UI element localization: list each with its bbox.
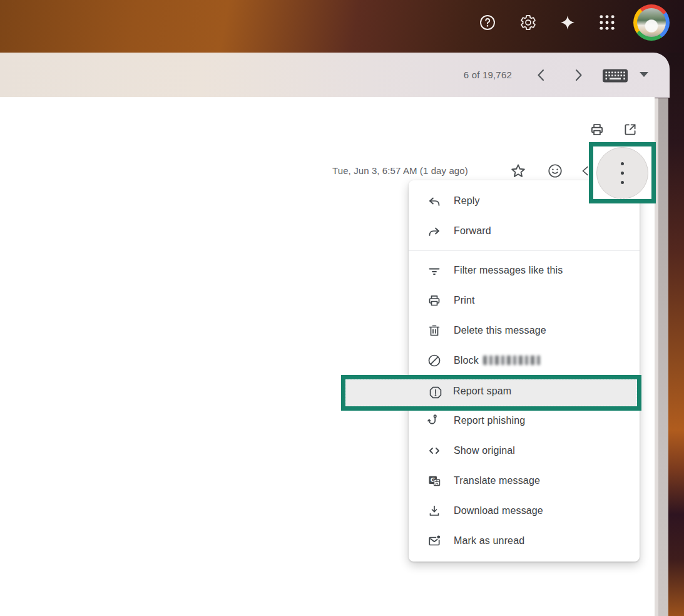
menu-item-block-sender[interactable]: Block xyxy=(409,346,640,376)
download-icon xyxy=(427,503,442,518)
menu-item-filter-messages[interactable]: Filter messages like this xyxy=(409,255,640,285)
menu-item-label: Block xyxy=(454,355,479,366)
more-vert-icon xyxy=(621,162,624,165)
menu-item-delete-message[interactable]: Delete this message xyxy=(409,316,640,346)
apps-grid-icon[interactable] xyxy=(598,14,616,31)
translate-icon: G xyxy=(427,473,442,488)
menu-item-show-original[interactable]: Show original xyxy=(409,436,640,466)
block-icon xyxy=(427,353,442,368)
gemini-sparkle-icon[interactable] xyxy=(559,14,576,31)
menu-item-label: Print xyxy=(454,295,475,306)
reply-icon xyxy=(427,193,442,208)
menu-item-forward[interactable]: Forward xyxy=(409,216,640,246)
avatar-photo xyxy=(637,8,666,37)
menu-item-print[interactable]: Print xyxy=(409,285,640,316)
menu-item-label: Download message xyxy=(454,505,543,516)
emoji-icon[interactable] xyxy=(547,163,563,179)
scrollbar[interactable] xyxy=(658,98,668,616)
report-spam-icon xyxy=(428,385,443,400)
phishing-hook-icon xyxy=(427,413,442,428)
input-tools-dropdown-icon[interactable] xyxy=(640,72,648,77)
star-icon[interactable] xyxy=(509,162,527,180)
email-timestamp: Tue, Jun 3, 6:57 AM (1 day ago) xyxy=(332,165,468,176)
menu-item-translate-message[interactable]: G Translate message xyxy=(409,466,640,496)
input-tools-keyboard-icon[interactable] xyxy=(602,68,628,83)
more-button[interactable] xyxy=(596,147,648,199)
filter-icon xyxy=(427,263,442,278)
email-toolbar-band xyxy=(0,53,670,98)
menu-item-label: Report phishing xyxy=(454,415,525,426)
delete-trash-icon xyxy=(427,323,442,338)
menu-item-label: Filter messages like this xyxy=(454,265,563,276)
annotation-box-report-spam[interactable]: Report spam xyxy=(341,375,641,411)
redacted-sender-name xyxy=(483,356,542,365)
annotation-box-more-button xyxy=(589,142,656,203)
report-spam-label: Report spam xyxy=(453,386,511,397)
code-icon xyxy=(427,443,442,458)
menu-item-label: Show original xyxy=(454,445,515,456)
newer-chevron-left-icon[interactable] xyxy=(533,67,549,83)
older-chevron-right-icon[interactable] xyxy=(570,67,586,83)
print-icon xyxy=(427,293,442,308)
pagination-count: 6 of 19,762 xyxy=(401,69,512,80)
menu-item-label: Translate message xyxy=(454,475,540,486)
menu-item-label: Forward xyxy=(454,225,491,237)
menu-divider xyxy=(409,250,640,251)
menu-item-mark-as-unread[interactable]: Mark as unread xyxy=(409,526,640,556)
menu-item-label: Mark as unread xyxy=(454,535,524,547)
forward-icon xyxy=(427,223,442,239)
help-icon[interactable] xyxy=(479,14,496,31)
print-icon[interactable] xyxy=(589,121,605,138)
more-options-menu: Reply Forward Filter messages like this … xyxy=(409,180,640,562)
wallpaper-right-edge xyxy=(668,53,684,616)
menu-item-download-message[interactable]: Download message xyxy=(409,496,640,526)
mark-unread-icon xyxy=(427,533,442,548)
settings-gear-icon[interactable] xyxy=(519,14,537,31)
menu-item-label: Reply xyxy=(454,195,480,207)
open-in-new-icon[interactable] xyxy=(622,121,638,138)
profile-avatar[interactable] xyxy=(633,4,670,41)
wallpaper-top xyxy=(0,0,684,53)
menu-item-label: Delete this message xyxy=(454,325,546,336)
